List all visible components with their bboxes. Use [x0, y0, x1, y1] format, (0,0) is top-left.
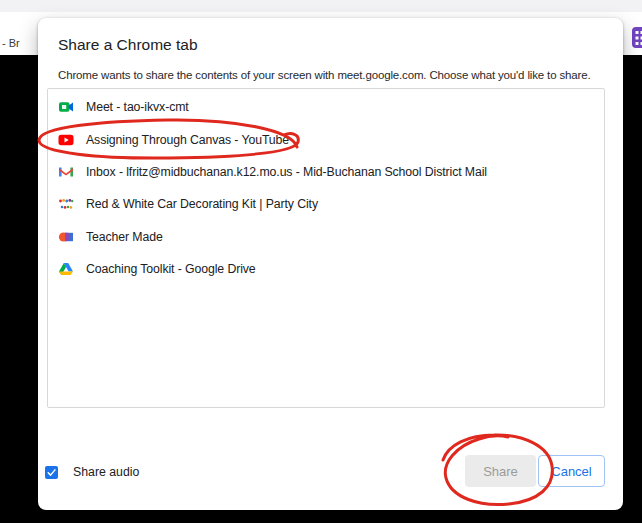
dialog-subtitle: Chrome wants to share the contents of yo… — [58, 69, 591, 81]
teacher-made-icon — [58, 229, 74, 245]
tab-label: Meet - tao-ikvx-cmt — [86, 100, 189, 114]
tab-row-google-drive[interactable]: Coaching Toolkit - Google Drive — [48, 253, 604, 285]
tab-list: Meet - tao-ikvx-cmt Assigning Through Ca… — [47, 88, 605, 408]
google-meet-icon — [58, 99, 74, 115]
tab-row-meet[interactable]: Meet - tao-ikvx-cmt — [48, 91, 604, 123]
tab-label: Inbox - lfritz@midbuchanan.k12.mo.us - M… — [86, 165, 487, 179]
google-drive-icon — [58, 261, 74, 277]
tab-label: Coaching Toolkit - Google Drive — [86, 262, 256, 276]
share-audio-checkbox[interactable] — [45, 466, 58, 479]
share-audio-row: Share audio — [45, 465, 139, 479]
youtube-icon — [58, 132, 74, 148]
dialog-title: Share a Chrome tab — [58, 36, 198, 54]
share-audio-label[interactable]: Share audio — [73, 465, 139, 479]
browser-top-strip — [0, 0, 642, 12]
apps-grid-icon[interactable] — [632, 27, 642, 48]
tab-label: Teacher Made — [86, 230, 163, 244]
tab-label: Red & White Car Decorating Kit | Party C… — [86, 197, 318, 211]
tab-label: Assigning Through Canvas - YouTube — [86, 133, 289, 147]
gmail-icon — [58, 164, 74, 180]
tab-row-gmail[interactable]: Inbox - lfritz@midbuchanan.k12.mo.us - M… — [48, 156, 604, 188]
tab-row-teacher-made[interactable]: Teacher Made — [48, 221, 604, 253]
tab-row-party-city[interactable]: Red & White Car Decorating Kit | Party C… — [48, 188, 604, 220]
partial-tab-title: - Br — [2, 37, 20, 49]
share-chrome-tab-dialog: Share a Chrome tab Chrome wants to share… — [38, 18, 623, 510]
party-city-icon — [58, 196, 74, 212]
share-button[interactable]: Share — [465, 455, 536, 487]
cancel-button[interactable]: Cancel — [538, 455, 605, 487]
tab-row-youtube[interactable]: Assigning Through Canvas - YouTube — [48, 123, 604, 155]
